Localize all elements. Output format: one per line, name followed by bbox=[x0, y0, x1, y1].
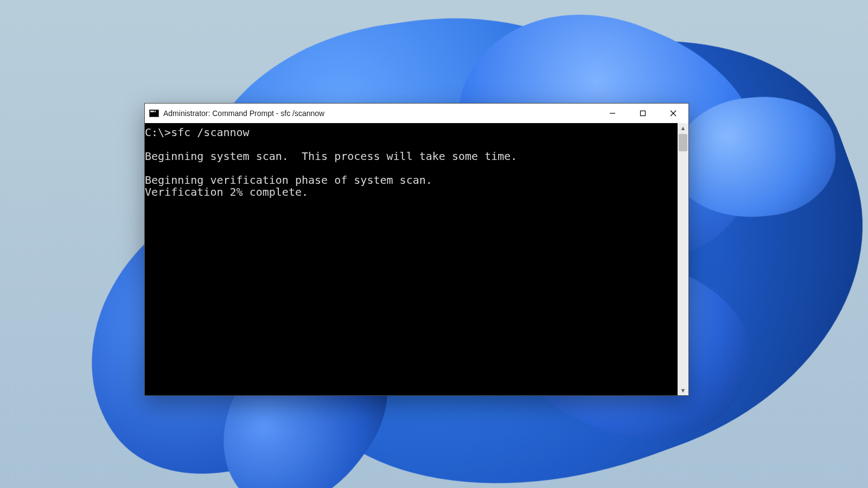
maximize-button[interactable] bbox=[628, 104, 658, 123]
command-prompt-window: Administrator: Command Prompt - sfc /sca… bbox=[144, 103, 689, 396]
close-icon bbox=[669, 110, 677, 117]
cmd-icon bbox=[149, 110, 159, 117]
client-area: C:\>sfc /scannow Beginning system scan. … bbox=[145, 123, 688, 395]
minimize-icon bbox=[609, 110, 616, 117]
svg-rect-1 bbox=[641, 111, 646, 116]
window-controls bbox=[597, 104, 688, 123]
minimize-button[interactable] bbox=[597, 104, 628, 123]
scroll-thumb[interactable] bbox=[679, 134, 687, 151]
terminal-output[interactable]: C:\>sfc /scannow Beginning system scan. … bbox=[145, 123, 678, 395]
scroll-up-arrow-icon[interactable]: ▲ bbox=[678, 123, 688, 133]
titlebar[interactable]: Administrator: Command Prompt - sfc /sca… bbox=[145, 104, 688, 123]
scroll-down-arrow-icon[interactable]: ▼ bbox=[678, 386, 688, 395]
maximize-icon bbox=[639, 110, 647, 117]
window-title: Administrator: Command Prompt - sfc /sca… bbox=[163, 109, 324, 118]
close-button[interactable] bbox=[658, 104, 688, 123]
vertical-scrollbar[interactable]: ▲ ▼ bbox=[678, 123, 688, 395]
